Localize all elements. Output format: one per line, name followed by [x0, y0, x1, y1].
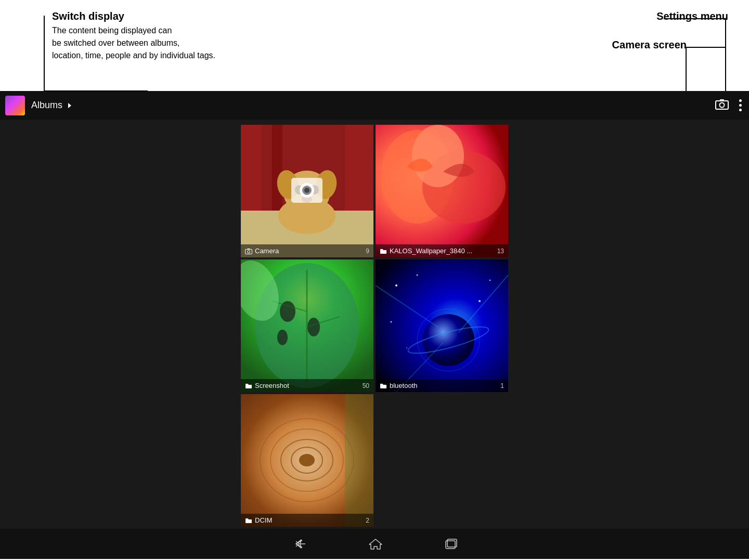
settings-menu-button[interactable]	[737, 97, 744, 113]
album-kalos-count: 13	[497, 248, 504, 255]
folder-screenshot-icon	[245, 383, 252, 389]
folder-dcim-icon	[245, 517, 252, 524]
annotation-area: Switch display The content being display…	[0, 0, 749, 91]
album-tile-screenshot-info: Screenshot 50	[241, 379, 373, 392]
home-icon	[369, 538, 382, 550]
album-tile-bluetooth[interactable]: bluetooth 1	[376, 259, 508, 392]
camera-small-icon	[245, 248, 252, 254]
album-tile-dcim[interactable]: DCIM 2	[241, 394, 373, 527]
album-bluetooth-name: bluetooth	[380, 382, 418, 389]
svg-point-1	[720, 102, 725, 107]
device-screen: Albums	[0, 91, 749, 559]
albums-grid: Camera 9	[241, 125, 508, 527]
annotation-line-settings-v	[725, 18, 726, 91]
annotation-switch-title: Switch display	[52, 10, 215, 22]
svg-rect-2	[720, 99, 724, 101]
album-camera-count: 9	[366, 248, 369, 255]
annotation-switch-desc: The content being displayed canbe switch…	[52, 24, 215, 62]
recents-icon	[445, 538, 457, 550]
svg-point-40	[479, 300, 481, 302]
annotation-line-switch-h	[44, 90, 148, 92]
annotation-switch-display: Switch display The content being display…	[52, 10, 215, 62]
back-button[interactable]	[292, 538, 306, 550]
menu-dot-2	[739, 104, 742, 107]
svg-point-42	[391, 321, 392, 323]
svg-point-31	[307, 318, 320, 336]
svg-point-39	[417, 275, 418, 276]
album-camera-name: Camera	[245, 247, 279, 255]
album-screenshot-count: 50	[363, 382, 369, 389]
annotation-camera-screen: Camera screen	[612, 39, 687, 51]
album-tile-kalos[interactable]: KALOS_Wallpaper_3840 ... 13	[376, 125, 508, 257]
space-thumbnail	[376, 259, 508, 392]
svg-rect-56	[345, 394, 373, 527]
svg-point-55	[299, 454, 315, 466]
annotation-settings-menu: Settings menu	[656, 10, 728, 22]
svg-point-41	[489, 280, 491, 281]
annotation-line-switch-v	[44, 16, 45, 91]
folder-kalos-icon	[380, 248, 387, 254]
leaf-thumbnail	[241, 259, 373, 392]
album-tile-bluetooth-info: bluetooth 1	[376, 379, 508, 392]
svg-point-38	[395, 284, 397, 286]
album-dcim-count: 2	[366, 517, 369, 524]
albums-grid-area: Camera 9	[0, 120, 749, 528]
album-tile-camera[interactable]: Camera 9	[241, 125, 373, 257]
svg-point-16	[312, 207, 330, 219]
svg-rect-23	[248, 249, 250, 250]
album-dcim-name: DCIM	[245, 516, 272, 524]
top-bar-title: Albums	[31, 100, 715, 111]
top-bar-icons	[715, 97, 744, 113]
top-bar: Albums	[0, 91, 749, 120]
menu-dot-3	[739, 109, 742, 111]
svg-point-15	[283, 207, 302, 219]
home-button[interactable]	[369, 538, 382, 550]
camera-icon	[715, 98, 729, 110]
album-screenshot-name: Screenshot	[245, 382, 289, 389]
svg-rect-0	[716, 101, 728, 109]
svg-rect-21	[246, 249, 252, 254]
svg-point-43	[406, 347, 407, 348]
menu-dot-1	[739, 99, 742, 102]
app-icon	[5, 96, 25, 115]
svg-point-27	[412, 125, 464, 187]
puppy-thumbnail	[241, 125, 373, 257]
camera-button[interactable]	[715, 98, 729, 113]
dropdown-arrow-icon	[68, 103, 71, 108]
folder-bluetooth-icon	[380, 383, 387, 389]
svg-point-32	[277, 330, 288, 345]
wood-thumbnail	[241, 394, 373, 527]
svg-point-22	[248, 250, 250, 253]
recents-button[interactable]	[445, 538, 457, 550]
album-tile-kalos-info: KALOS_Wallpaper_3840 ... 13	[376, 244, 508, 257]
album-tile-camera-info: Camera 9	[241, 244, 373, 257]
album-kalos-name: KALOS_Wallpaper_3840 ...	[380, 247, 472, 255]
album-tile-screenshot[interactable]: Screenshot 50	[241, 259, 373, 392]
albums-title-text: Albums	[31, 100, 62, 110]
album-bluetooth-count: 1	[500, 382, 504, 389]
annotation-line-camera-v	[686, 47, 687, 91]
annotation-line-camera-h	[686, 47, 726, 48]
bottom-nav-bar	[0, 529, 749, 559]
back-icon	[292, 538, 306, 550]
svg-point-20	[304, 188, 309, 193]
flamingo-thumbnail	[376, 125, 508, 257]
album-tile-dcim-info: DCIM 2	[241, 514, 373, 527]
